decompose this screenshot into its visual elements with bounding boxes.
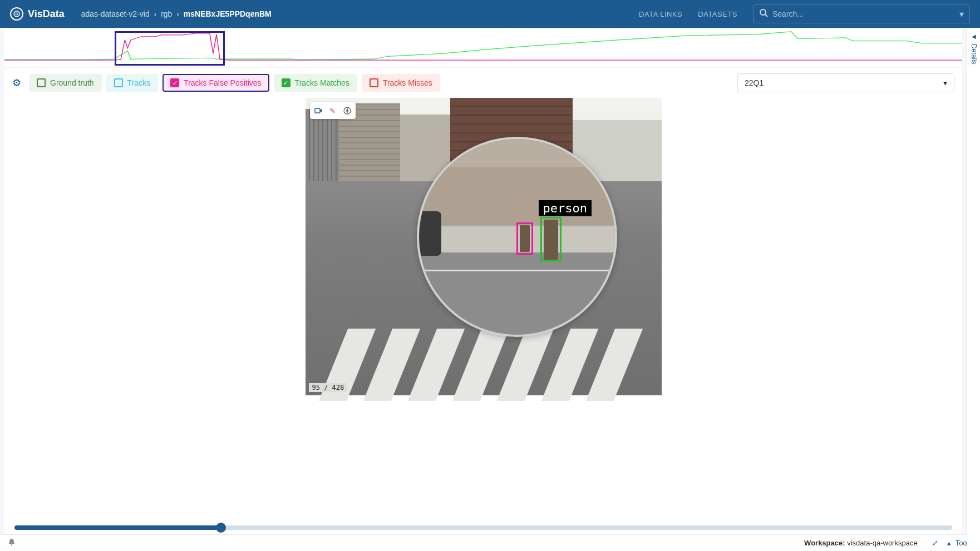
app-name: VisData bbox=[28, 8, 65, 20]
svg-point-1 bbox=[16, 13, 18, 15]
breadcrumb-current: msNEBxJE5PPDqenBM bbox=[184, 9, 272, 18]
logo-icon bbox=[10, 7, 23, 21]
breadcrumb-item[interactable]: adas-dataset-v2-vid bbox=[81, 9, 150, 18]
nav-data-links[interactable]: DATA LINKS bbox=[639, 10, 682, 18]
app-header: VisData adas-dataset-v2-vid › rgb › msNE… bbox=[0, 0, 980, 28]
search-icon bbox=[759, 8, 768, 19]
svg-line-3 bbox=[765, 14, 767, 17]
svg-point-2 bbox=[760, 9, 766, 15]
app-logo: VisData bbox=[10, 7, 65, 21]
breadcrumb-item[interactable]: rgb bbox=[161, 9, 172, 18]
svg-point-0 bbox=[14, 11, 19, 17]
chevron-down-icon[interactable]: ▾ bbox=[959, 9, 964, 19]
search-box[interactable]: ▾ bbox=[753, 4, 970, 23]
nav-datasets[interactable]: DATASETS bbox=[698, 10, 737, 18]
breadcrumb: adas-dataset-v2-vid › rgb › msNEBxJE5PPD… bbox=[81, 9, 272, 18]
search-input[interactable] bbox=[772, 9, 959, 18]
